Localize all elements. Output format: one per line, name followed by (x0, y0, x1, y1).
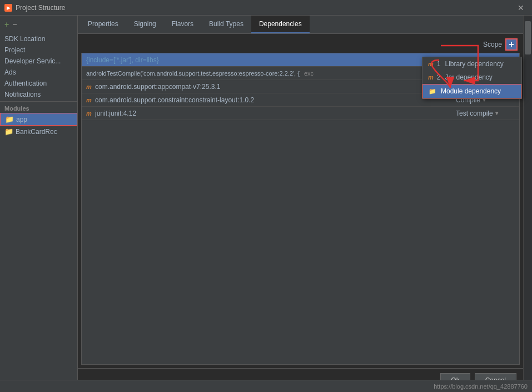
sidebar-item-project[interactable]: Project (0, 44, 77, 56)
title-bar: ▶ Project Structure ✕ (0, 0, 532, 16)
remove-module-button[interactable]: − (12, 20, 17, 29)
sidebar-toolbar: + − (0, 18, 77, 31)
dropdown-item-jar[interactable]: m 2 Jar dependency (422, 71, 521, 84)
m-icon-5: m (86, 110, 93, 117)
folder-icon: 📁 (5, 115, 14, 123)
title-text: Project Structure (16, 4, 514, 12)
tabs-bar: Properties Signing Flavors Build Types D… (78, 16, 523, 34)
deps-header: Scope + (81, 37, 520, 52)
tab-flavors[interactable]: Flavors (164, 16, 201, 33)
sidebar-item-authentication[interactable]: Authentication (0, 78, 77, 89)
tab-signing[interactable]: Signing (126, 16, 164, 33)
sidebar-item-sdk-location[interactable]: SDK Location (0, 33, 77, 44)
dep-scope-5: Test compile ▼ (453, 110, 519, 117)
status-text: https://blog.csdn.net/qq_42887760 (434, 383, 528, 390)
dep-name-5: m junit:junit:4.12 (82, 107, 453, 120)
sidebar-item-developer-services[interactable]: Developer Servic... (0, 56, 77, 67)
m-icon-4: m (86, 97, 93, 103)
folder-icon-2: 📁 (4, 127, 13, 136)
tab-properties[interactable]: Properties (80, 16, 126, 33)
dropdown-item-library[interactable]: m 1 Library dependency (422, 57, 521, 71)
add-dependency-button[interactable]: + (505, 38, 518, 51)
scroll-thumb[interactable] (525, 21, 531, 54)
dep-name-1: {include=['*.jar'], dir=libs} (82, 54, 453, 66)
tab-build-types[interactable]: Build Types (201, 16, 251, 33)
scope-label: Scope (483, 41, 502, 48)
m-icon-3: m (86, 83, 93, 90)
sidebar-divider (0, 101, 77, 102)
app-icon: ▶ (4, 4, 12, 12)
module-item-app[interactable]: 📁 app (0, 113, 77, 126)
modules-section-title: Modules (0, 103, 77, 113)
library-dep-icon: m (428, 61, 434, 67)
scrollbar-strip (523, 16, 532, 392)
dep-name-2: androidTestCompile('com.android.support.… (82, 68, 453, 79)
sidebar-item-notifications[interactable]: Notifications (0, 89, 77, 100)
dep-name-4: m com.android.support.constraint:constra… (82, 94, 453, 106)
sidebar-item-ads[interactable]: Ads (0, 67, 77, 78)
dependency-type-dropdown: m 1 Library dependency m 2 Jar dependenc… (422, 57, 522, 99)
jar-dep-icon: m (428, 74, 434, 81)
status-bar: https://blog.csdn.net/qq_42887760 (0, 380, 532, 392)
dropdown-item-module[interactable]: 📁 Module dependency (422, 84, 521, 98)
add-module-button[interactable]: + (4, 20, 9, 29)
tab-dependencies[interactable]: Dependencies (251, 16, 310, 33)
sidebar: + − SDK Location Project Developer Servi… (0, 16, 78, 392)
deps-table: {include=['*.jar'], dir=libs} Compile ▼ … (81, 53, 520, 365)
module-item-bankcardres[interactable]: 📁 BankCardRec (0, 126, 77, 137)
dep-name-3: m com.android.support:appcompat-v7:25.3.… (82, 81, 453, 93)
dep-row-5[interactable]: m junit:junit:4.12 Test compile ▼ (82, 107, 519, 120)
scope-dropdown-arrow-5[interactable]: ▼ (494, 110, 500, 116)
module-dep-icon: 📁 (429, 88, 436, 95)
close-button[interactable]: ✕ (514, 2, 528, 13)
